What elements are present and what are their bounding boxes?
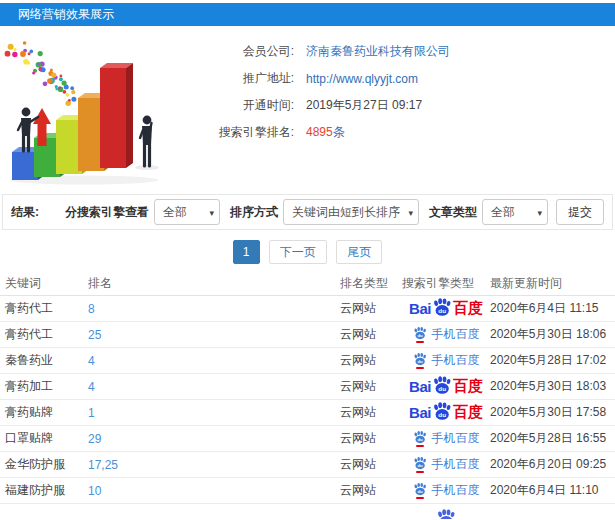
last-page-button[interactable]: 尾页: [336, 240, 382, 264]
rank-type-cell: 云网站: [340, 352, 402, 369]
table-row: 膏药代工 8 云网站 Bai 百度 手机百度 2020年6月4日 11:15: [0, 296, 615, 322]
open-time-label: 开通时间:: [176, 97, 294, 114]
rank-link[interactable]: 4: [88, 380, 95, 394]
table-body: 膏药代工 8 云网站 Bai 百度 手机百度 2020年6月4日 11:15 膏…: [0, 296, 615, 504]
baidu-bai-text: Bai: [409, 300, 431, 317]
keyword-cell: 秦鲁药业: [0, 352, 88, 369]
col-rank-type: 排名类型: [340, 275, 402, 292]
baidu-cn-text: 百度: [453, 299, 483, 318]
update-time-cell: 2020年5月28日 16:55: [490, 430, 615, 447]
next-page-button[interactable]: 下一页: [269, 240, 327, 264]
rank-link[interactable]: 10: [88, 484, 101, 498]
page-1-button[interactable]: 1: [233, 240, 260, 264]
sort-select[interactable]: 关键词由短到长排序 ▾: [283, 199, 419, 225]
mobile-baidu-logo: 手机百度: [413, 326, 480, 343]
baidu-cn-text: 百度: [453, 403, 483, 422]
rank-type-cell: 云网站: [340, 482, 402, 499]
promo-url-label: 推广地址:: [176, 70, 294, 87]
rank-type-cell: 云网站: [340, 326, 402, 343]
mobile-baidu-logo: 手机百度: [413, 482, 480, 499]
promo-url-link[interactable]: http://www.qlyyjt.com: [306, 72, 418, 86]
engine-cell: Bai 百度 手机百度: [402, 352, 490, 369]
mobile-baidu-text: 手机百度: [432, 326, 480, 343]
article-type-select[interactable]: 全部 ▾: [482, 199, 548, 225]
table-row: 膏药代工 25 云网站 Bai 百度 手机百度 2020年5月30日 18:06: [0, 322, 615, 348]
rank-link[interactable]: 17,25: [88, 458, 118, 472]
mobile-baidu-paw-icon: [413, 456, 427, 473]
baidu-logo: Bai 百度: [409, 375, 483, 399]
mobile-baidu-text: 手机百度: [432, 456, 480, 473]
mobile-baidu-paw-icon: [413, 326, 427, 343]
col-update-time: 最新更新时间: [490, 275, 615, 292]
keyword-cell: 膏药贴牌: [0, 404, 88, 421]
table-row: 膏药贴牌 1 云网站 Bai 百度 手机百度 2020年5月30日 17:58: [0, 400, 615, 426]
update-time-cell: 2020年6月4日 11:15: [490, 300, 615, 317]
table-row: 膏药加工 4 云网站 Bai 百度 手机百度 2020年5月30日 18:03: [0, 374, 615, 400]
engine-filter-value: 全部: [163, 205, 187, 219]
baidu-paw-icon: [432, 375, 452, 395]
update-time-cell: 2020年5月30日 18:03: [490, 378, 615, 395]
info-section: 会员公司: 济南秦鲁药业科技有限公司 推广地址: http://www.qlyy…: [0, 26, 615, 188]
update-time-cell: 2020年6月4日 11:10: [490, 482, 615, 499]
col-keyword: 关键词: [0, 275, 88, 292]
engine-cell: Bai 百度 手机百度: [402, 482, 490, 499]
chevron-down-icon: ▾: [209, 200, 214, 226]
mobile-baidu-paw-icon: [413, 482, 427, 499]
update-time-cell: 2020年5月28日 17:02: [490, 352, 615, 369]
submit-button[interactable]: 提交: [556, 199, 604, 225]
rank-link[interactable]: 8: [88, 302, 95, 316]
baidu-logo: Bai 百度: [409, 297, 483, 321]
mobile-baidu-paw-icon: [413, 430, 427, 447]
open-time-value: 2019年5月27日 09:17: [306, 97, 422, 114]
rank-link[interactable]: 29: [88, 432, 101, 446]
rank-type-cell: 云网站: [340, 300, 402, 317]
mobile-baidu-logo: 手机百度: [413, 456, 480, 473]
rank-link[interactable]: 1: [88, 406, 95, 420]
rank-type-cell: 云网站: [340, 430, 402, 447]
page-title: 网络营销效果展示: [18, 7, 114, 21]
keyword-cell: 口罩贴牌: [0, 430, 88, 447]
member-info: 会员公司: 济南秦鲁药业科技有限公司 推广地址: http://www.qlyy…: [176, 34, 609, 186]
mobile-baidu-logo: 手机百度: [413, 352, 480, 369]
table-row: 秦鲁药业 4 云网站 Bai 百度 手机百度 2020年5月28日 17:02: [0, 348, 615, 374]
baidu-paw-icon: [432, 401, 452, 421]
table-row: 福建防护服 10 云网站 Bai 百度 手机百度 2020年6月4日 11:10: [0, 478, 615, 504]
baidu-bai-text: Bai: [409, 378, 431, 395]
keyword-cell: 膏药加工: [0, 378, 88, 395]
engine-cell: Bai 百度 手机百度: [402, 430, 490, 447]
confetti-group: [5, 41, 77, 106]
rank-type-cell: 云网站: [340, 456, 402, 473]
engine-cell: Bai 百度 手机百度: [402, 326, 490, 343]
engine-rank-unit: 条: [333, 125, 345, 139]
rank-link[interactable]: 25: [88, 328, 101, 342]
engine-cell: Bai 百度 手机百度: [402, 375, 490, 399]
update-time-cell: 2020年6月20日 09:25: [490, 456, 615, 473]
page-title-bar: 网络营销效果展示: [0, 3, 615, 26]
mobile-baidu-text: 手机百度: [432, 430, 480, 447]
rank-type-cell: 云网站: [340, 404, 402, 421]
sort-label: 排序方式: [230, 204, 278, 221]
baidu-paw-icon: [432, 297, 452, 317]
table-row: 金华防护服 17,25 云网站 Bai 百度 手机百度 2020年6月20日 0…: [0, 452, 615, 478]
engine-rank-count: 4895: [306, 125, 333, 139]
pagination: 1 下一页 尾页: [0, 240, 615, 266]
article-type-value: 全部: [491, 205, 515, 219]
company-link[interactable]: 济南秦鲁药业科技有限公司: [306, 44, 450, 58]
update-time-cell: 2020年5月30日 17:58: [490, 404, 615, 421]
engine-cell: Bai 百度 手机百度: [402, 456, 490, 473]
chevron-down-icon: ▾: [408, 200, 413, 226]
rank-link[interactable]: 4: [88, 354, 95, 368]
mobile-baidu-paw-icon: [413, 352, 427, 369]
engine-filter-select[interactable]: 全部 ▾: [154, 199, 220, 225]
mobile-baidu-logo: 手机百度: [413, 430, 480, 447]
engine-cell: Bai 百度 手机百度: [402, 297, 490, 321]
chevron-down-icon: ▾: [537, 200, 542, 226]
col-rank: 排名: [88, 275, 340, 292]
company-label: 会员公司:: [176, 43, 294, 60]
col-engine-type: 搜索引擎类型: [402, 275, 490, 292]
update-time-cell: 2020年5月30日 18:06: [490, 326, 615, 343]
filter-bar: 结果: 分搜索引擎查看 全部 ▾ 排序方式 关键词由短到长排序 ▾ 文章类型 全…: [2, 194, 613, 230]
bar-chart-illustration: [4, 34, 176, 186]
results-table: 关键词 排名 排名类型 搜索引擎类型 最新更新时间 膏药代工 8 云网站 Bai…: [0, 272, 615, 519]
baidu-bai-text: Bai: [409, 404, 431, 421]
